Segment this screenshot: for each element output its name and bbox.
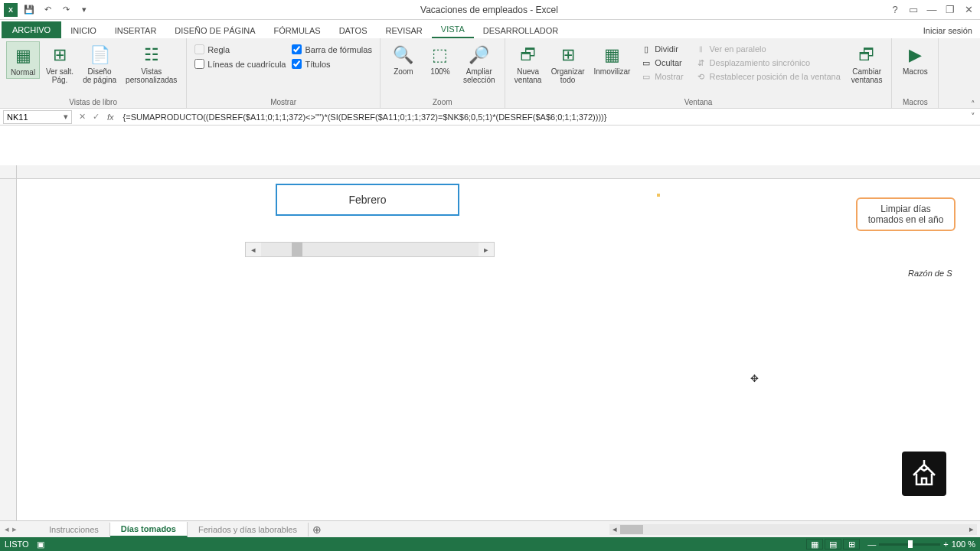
group-zoom-label: Zoom (387, 96, 498, 106)
tab-data[interactable]: DATOS (330, 23, 377, 38)
minimize-button[interactable]: — (923, 2, 940, 18)
sync-scroll[interactable]: ⇵Desplazamiento sincrónico (693, 57, 844, 69)
fx-button[interactable]: fx (103, 112, 119, 122)
group-views-label: Vistas de libro (6, 96, 180, 106)
select-all-corner[interactable] (0, 165, 17, 178)
clear-days-button[interactable]: Limpiar días tomados en el año (856, 197, 956, 231)
side-by-side[interactable]: ⫴Ver en paralelo (693, 43, 844, 55)
name-box[interactable]: NK11▾ (3, 110, 72, 124)
row-headers (0, 179, 17, 523)
tab-review[interactable]: REVISAR (377, 23, 432, 38)
tab-layout[interactable]: DISEÑO DE PÁGINA (165, 23, 264, 38)
zoom-100[interactable]: ⬚100% (423, 41, 457, 77)
check-formulabar[interactable]: Barra de fórmulas (292, 44, 371, 54)
switch-windows[interactable]: 🗗Cambiar ventanas (848, 41, 886, 86)
new-window[interactable]: 🗗Nueva ventana (511, 41, 545, 86)
tab-file[interactable]: ARCHIVO (2, 21, 61, 38)
cancel-formula[interactable]: ✕ (75, 112, 89, 122)
freeze-panes[interactable]: ▦Inmovilizar (591, 41, 634, 77)
tab-nav-next[interactable]: ▸ (12, 524, 17, 534)
split-button[interactable]: ▯Dividir (638, 43, 686, 55)
zoom-control[interactable]: — + 100 % (867, 540, 975, 549)
check-gridlines[interactable]: Líneas de cuadrícula (194, 59, 286, 69)
cursor-icon: ✥ (750, 373, 759, 384)
add-sheet-button[interactable]: ⊕ (309, 521, 325, 538)
group-window-label: Ventana (511, 96, 886, 106)
tab-nav-prev[interactable]: ◂ (5, 524, 9, 534)
check-headings[interactable]: Títulos (292, 59, 371, 69)
sign-in-link[interactable]: Iniciar sesión (916, 23, 980, 38)
ribbon: ▦Normal ⊞Ver salt. Pág. 📄Diseño de págin… (0, 38, 980, 109)
slider-thumb[interactable] (292, 243, 302, 256)
help-button[interactable]: ? (887, 2, 903, 18)
titlebar: X 💾 ↶ ↷ ▾ Vacaciones de empleados - Exce… (0, 0, 980, 20)
sheet-tab-instructions[interactable]: Instrucciones (38, 523, 110, 536)
window-title: Vacaciones de empleados - Excel (92, 5, 887, 15)
arrange-all[interactable]: ⊞Organizar todo (548, 41, 588, 86)
legend-table (657, 194, 660, 197)
column-headers (0, 165, 980, 179)
horizontal-scrollbar[interactable]: ◂▸ (609, 524, 977, 535)
reset-position[interactable]: ⟲Restablecer posición de la ventana (693, 70, 844, 83)
ribbon-options-button[interactable]: ▭ (905, 2, 922, 18)
sheet-tab-dias[interactable]: Días tomados (110, 522, 188, 537)
tab-home[interactable]: INICIO (61, 23, 106, 38)
formula-bar: NK11▾ ✕ ✓ fx {=SUMAPRODUCTO((DESREF($A11… (0, 109, 980, 126)
sheet-tab-feriados[interactable]: Feriados y días laborables (188, 523, 309, 536)
restore-button[interactable]: ❐ (942, 2, 959, 18)
sheet-tab-bar: ◂ ▸ Instrucciones Días tomados Feriados … (0, 520, 980, 537)
group-macros-label: Macros (898, 96, 932, 106)
hide-button[interactable]: ▭Ocultar (638, 57, 686, 69)
undo-button[interactable]: ↶ (40, 2, 55, 18)
redo-button[interactable]: ↷ (58, 2, 74, 18)
view-pagebreak[interactable]: ⊞Ver salt. Pág. (43, 41, 77, 86)
zoom-in[interactable]: + (943, 540, 948, 549)
status-bar: LISTO ▣ ▦ ▤ ⊞ — + 100 % (0, 537, 980, 551)
ribbon-tabs: ARCHIVO INICIO INSERTAR DISEÑO DE PÁGINA… (0, 20, 980, 38)
check-ruler[interactable]: Regla (194, 44, 286, 54)
zoom-level[interactable]: 100 % (952, 540, 975, 549)
overlay-home-icon (902, 452, 946, 496)
zoom-out[interactable]: — (867, 540, 876, 549)
slider-left-icon[interactable]: ◂ (246, 245, 261, 255)
tab-view[interactable]: VISTA (432, 21, 474, 38)
zoom-selection[interactable]: 🔎Ampliar selección (460, 41, 498, 86)
view-custom[interactable]: ☷Vistas personalizadas (122, 41, 180, 86)
view-normal-status[interactable]: ▦ (806, 539, 823, 549)
formula-input[interactable]: {=SUMAPRODUCTO((DESREF($A11;0;1;1;372)<>… (119, 112, 966, 122)
reason-heading: Razón de S (908, 269, 952, 278)
close-button[interactable]: ✕ (960, 2, 977, 18)
macros-button[interactable]: ▶Macros (898, 41, 932, 77)
zoom-button[interactable]: 🔍Zoom (387, 41, 420, 77)
collapse-ribbon-icon[interactable]: ˄ (971, 99, 975, 109)
accept-formula[interactable]: ✓ (89, 112, 103, 122)
status-ready: LISTO (5, 540, 29, 549)
cell-grid[interactable] (17, 179, 980, 523)
view-normal[interactable]: ▦Normal (6, 41, 40, 79)
worksheet: Febrero ◂ ▸ Limpiar días tomados en el a… (0, 129, 980, 523)
macro-record-icon[interactable]: ▣ (37, 540, 44, 549)
show-button[interactable]: ▭Mostrar (638, 70, 686, 83)
month-slider[interactable]: ◂ ▸ (245, 242, 495, 257)
excel-icon[interactable]: X (3, 2, 18, 18)
view-pagelayout-status[interactable]: ▤ (825, 539, 841, 549)
month-title: Febrero (276, 184, 459, 216)
qa-customize[interactable]: ▾ (77, 2, 92, 18)
expand-formula-bar[interactable]: ˅ (966, 112, 980, 122)
tab-insert[interactable]: INSERTAR (106, 23, 166, 38)
view-pagebreak-status[interactable]: ⊞ (843, 539, 860, 549)
slider-right-icon[interactable]: ▸ (479, 245, 494, 255)
tab-developer[interactable]: DESARROLLADOR (474, 23, 567, 38)
view-pagelayout[interactable]: 📄Diseño de página (80, 41, 119, 86)
save-button[interactable]: 💾 (21, 2, 37, 18)
tab-formulas[interactable]: FÓRMULAS (265, 23, 330, 38)
quick-access: X 💾 ↶ ↷ ▾ (3, 2, 92, 18)
group-show-label: Mostrar (193, 96, 374, 106)
